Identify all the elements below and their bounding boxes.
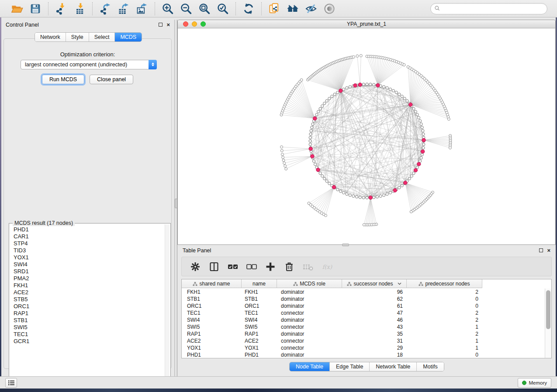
tab-network-table[interactable]: Network Table — [370, 362, 417, 371]
zoom-out-icon[interactable] — [180, 2, 193, 15]
table-row[interactable]: PHD1PHD1dominator180 — [182, 351, 544, 358]
refresh-icon[interactable] — [242, 2, 255, 15]
column-header-MCDS-role[interactable]: MCDS role — [277, 279, 342, 288]
table-row[interactable]: TEC1TEC1connector472 — [182, 309, 544, 316]
open-file-icon[interactable] — [10, 2, 24, 15]
table-scrollbar-thumb[interactable] — [546, 290, 550, 329]
select-stepper-icon — [149, 60, 157, 69]
table-cell: dominator — [277, 303, 342, 309]
network-canvas-svg[interactable] — [178, 28, 555, 244]
column-header-predecessor-nodes[interactable]: predecessor nodes — [407, 279, 482, 288]
table-row[interactable]: RAP1RAP1dominator352 — [182, 330, 544, 337]
mcds-node — [358, 83, 362, 86]
tree-icon — [347, 282, 352, 286]
mcds-result-item[interactable]: PMA2 — [14, 275, 164, 282]
mcds-result-item[interactable]: SRD1 — [14, 268, 164, 275]
mcds-result-item[interactable]: TEC1 — [14, 331, 164, 338]
table-row[interactable]: STB1STB1dominator620 — [182, 296, 544, 303]
mcds-node — [409, 103, 412, 106]
share-network-icon[interactable] — [268, 2, 281, 15]
tab-node-table[interactable]: Node Table — [290, 362, 330, 371]
mcds-result-scrollbar[interactable] — [165, 224, 170, 384]
mcds-result-item[interactable]: ACE2 — [14, 289, 164, 296]
mcds-result-item[interactable]: ORC1 — [14, 303, 164, 310]
import-table-icon[interactable] — [73, 2, 86, 15]
table-row[interactable]: YOX1YOX1connector291 — [182, 344, 544, 351]
zoom-fit-icon[interactable] — [198, 2, 211, 15]
memory-button[interactable]: Memory — [518, 378, 551, 388]
table-cell: ORC1 — [242, 303, 277, 309]
run-mcds-button[interactable]: Run MCDS — [42, 75, 84, 84]
gear-icon[interactable] — [190, 261, 201, 272]
table-cell: 29 — [342, 344, 407, 351]
desktop-wallpaper-bottom — [0, 389, 557, 392]
close-table-panel-icon[interactable]: × — [547, 248, 550, 252]
search-input[interactable] — [440, 4, 547, 13]
table-cell: dominator — [277, 316, 342, 323]
mcds-result-item[interactable]: FKH1 — [14, 282, 164, 289]
mcds-result-item[interactable]: STP4 — [14, 240, 164, 247]
table-cell: FKH1 — [242, 289, 277, 296]
mcds-result-item[interactable]: STB5 — [14, 296, 164, 303]
float-panel-icon[interactable] — [159, 23, 163, 27]
tab-style[interactable]: Style — [66, 33, 89, 41]
mcds-result-item[interactable]: TID3 — [14, 247, 164, 254]
tab-select[interactable]: Select — [89, 33, 115, 41]
float-table-panel-icon[interactable] — [539, 248, 543, 252]
zoom-selected-icon[interactable] — [216, 2, 229, 15]
mcds-result-item[interactable]: SWI5 — [14, 324, 164, 331]
table-row[interactable]: ORC1ORC1dominator610 — [182, 303, 544, 309]
homes-icon[interactable] — [286, 2, 299, 15]
export-table-icon[interactable] — [117, 2, 130, 15]
mcds-node — [421, 150, 425, 153]
column-label: name — [253, 281, 266, 287]
network-window-titlebar[interactable]: YPA_prune.txt_1 — [178, 20, 555, 28]
tab-motifs[interactable]: Motifs — [417, 362, 443, 371]
table-row[interactable]: SWI5SWI5connector431 — [182, 323, 544, 330]
select-all-icon[interactable] — [227, 261, 239, 272]
table-scrollbar[interactable] — [545, 289, 551, 358]
close-panel-icon[interactable]: × — [166, 23, 170, 27]
add-column-icon[interactable] — [265, 261, 276, 272]
mcds-result-item[interactable]: GCR1 — [14, 338, 164, 345]
tab-mcds[interactable]: MCDS — [115, 33, 142, 41]
tab-edge-table[interactable]: Edge Table — [330, 362, 370, 371]
table-cell: TEC1 — [242, 309, 277, 316]
column-header-successor-nodes[interactable]: successor nodes — [342, 279, 407, 288]
mcds-result-item[interactable]: CAR1 — [14, 233, 164, 240]
mcds-node — [332, 186, 336, 189]
export-network-icon[interactable] — [99, 2, 112, 15]
mcds-result-item[interactable]: PHD1 — [14, 226, 164, 233]
table-cell: YOX1 — [182, 344, 242, 351]
toolbar-group — [4, 2, 48, 15]
column-header-name[interactable]: name — [242, 279, 277, 288]
split-panel-icon[interactable] — [208, 261, 220, 272]
export-image-icon[interactable] — [135, 2, 149, 15]
horizontal-splitter-grip[interactable] — [342, 244, 349, 246]
optimization-criterion-select[interactable]: largest connected component (undirected) — [21, 60, 157, 69]
show-details-icon[interactable] — [323, 2, 336, 15]
show-panels-button[interactable] — [5, 378, 17, 388]
save-session-icon[interactable] — [29, 2, 42, 15]
table-row[interactable]: SWI4SWI4dominator462 — [182, 316, 544, 323]
table-row[interactable]: ACE2ACE2connector311 — [182, 337, 544, 344]
mcds-result-item[interactable]: STB1 — [14, 317, 164, 324]
zoom-in-icon[interactable] — [161, 2, 174, 15]
delete-column-icon[interactable] — [284, 261, 295, 272]
deselect-all-icon[interactable] — [246, 261, 257, 272]
column-header-shared-name[interactable]: shared name — [182, 279, 242, 288]
mcds-node — [313, 117, 317, 120]
function-builder-icon: f(x) — [321, 261, 332, 272]
tab-network[interactable]: Network — [35, 33, 66, 41]
mcds-result-item[interactable]: YOX1 — [14, 254, 164, 261]
table-cell: 1 — [407, 337, 482, 344]
mcds-result-item[interactable]: RAP1 — [14, 310, 164, 317]
network-window-title: YPA_prune.txt_1 — [178, 21, 555, 27]
import-network-icon[interactable] — [55, 2, 68, 15]
mcds-result-item[interactable]: SWI4 — [14, 261, 164, 268]
table-row[interactable]: FKH1FKH1dominator962 — [182, 289, 544, 296]
hide-details-icon[interactable] — [304, 2, 318, 15]
close-panel-button[interactable]: Close panel — [90, 75, 133, 84]
chevron-down-icon[interactable] — [398, 282, 401, 285]
toolbar-groups — [4, 2, 342, 15]
